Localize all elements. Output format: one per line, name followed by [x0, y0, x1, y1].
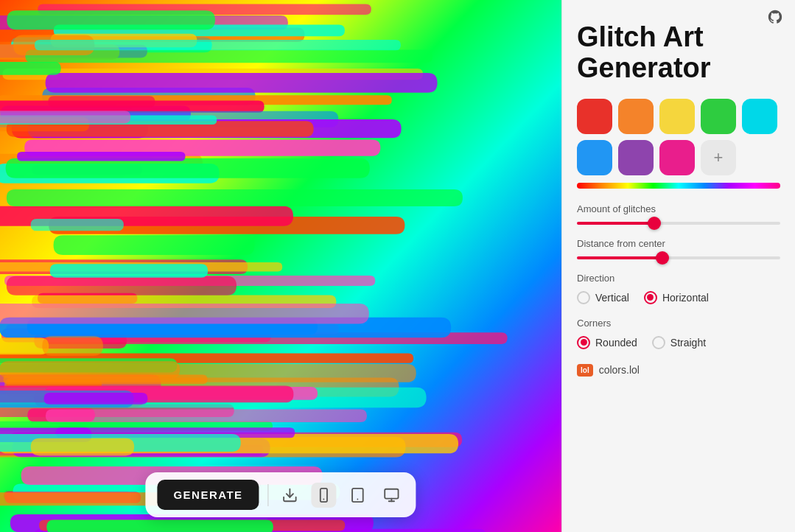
color-swatch-cyan[interactable]: [742, 99, 777, 134]
color-swatch-blue[interactable]: [577, 140, 612, 175]
corners-rounded-label: Rounded: [595, 337, 637, 349]
direction-radio-group: Vertical Horizontal: [577, 291, 780, 304]
glitches-slider[interactable]: [577, 222, 780, 225]
glitches-thumb[interactable]: [648, 217, 661, 230]
panel-title: Glitch Art Generator Glitch ArtGenerator: [577, 22, 780, 84]
add-color-button[interactable]: +: [701, 140, 736, 175]
github-icon: [767, 9, 783, 25]
lol-badge: lol: [577, 364, 593, 377]
github-link[interactable]: [767, 9, 783, 25]
panel: Glitch Art Generator Glitch ArtGenerator…: [561, 0, 795, 532]
color-swatch-orange[interactable]: [618, 99, 654, 134]
distance-control: Distance from center: [577, 238, 780, 259]
corners-straight-radio[interactable]: [652, 336, 665, 349]
download-icon: [282, 487, 298, 503]
direction-control: Direction Vertical Horizontal: [577, 273, 780, 304]
corners-control: Corners Rounded Straight: [577, 318, 780, 349]
color-swatch-yellow[interactable]: [659, 99, 695, 134]
mobile-icon: [316, 487, 332, 503]
direction-horizontal-label: Horizontal: [662, 292, 709, 304]
distance-label: Distance from center: [577, 238, 780, 249]
color-swatch-purple[interactable]: [618, 140, 654, 175]
corners-straight-label: Straight: [670, 337, 706, 349]
color-grid: +: [577, 99, 780, 175]
toolbar-divider: [268, 484, 269, 506]
generate-button[interactable]: GENERATE: [157, 480, 259, 510]
download-button[interactable]: [278, 483, 303, 508]
distance-thumb[interactable]: [656, 251, 669, 265]
tablet-icon: [350, 487, 366, 503]
tablet-button[interactable]: [346, 483, 371, 508]
colors-lol-link[interactable]: lol colors.lol: [577, 364, 780, 377]
toolbar: GENERATE: [145, 472, 416, 517]
corners-rounded-option[interactable]: Rounded: [577, 336, 637, 349]
direction-vertical-label: Vertical: [595, 292, 629, 304]
canvas-area: GENERATE: [0, 0, 561, 532]
corners-rounded-radio[interactable]: [577, 336, 590, 349]
colors-lol-text: colors.lol: [599, 364, 640, 376]
distance-slider[interactable]: [577, 256, 780, 259]
desktop-icon: [384, 487, 400, 503]
direction-horizontal-option[interactable]: Horizontal: [644, 291, 709, 304]
desktop-button[interactable]: [379, 483, 404, 508]
svg-rect-1: [321, 488, 327, 501]
glitches-control: Amount of glitches: [577, 203, 780, 225]
svg-rect-3: [352, 488, 363, 501]
direction-vertical-option[interactable]: Vertical: [577, 291, 629, 304]
glitches-label: Amount of glitches: [577, 203, 780, 214]
direction-vertical-radio[interactable]: [577, 291, 590, 304]
svg-rect-5: [385, 489, 398, 498]
corners-label: Corners: [577, 318, 780, 329]
direction-label: Direction: [577, 273, 780, 284]
color-swatch-pink[interactable]: [659, 140, 695, 175]
corners-straight-option[interactable]: Straight: [652, 336, 706, 349]
color-swatch-green[interactable]: [701, 99, 736, 134]
color-swatch-red[interactable]: [577, 99, 612, 134]
direction-horizontal-radio[interactable]: [644, 291, 657, 304]
mobile-button[interactable]: [312, 483, 337, 508]
glitch-canvas: [0, 0, 561, 532]
gradient-bar[interactable]: [577, 183, 780, 189]
corners-radio-group: Rounded Straight: [577, 336, 780, 349]
